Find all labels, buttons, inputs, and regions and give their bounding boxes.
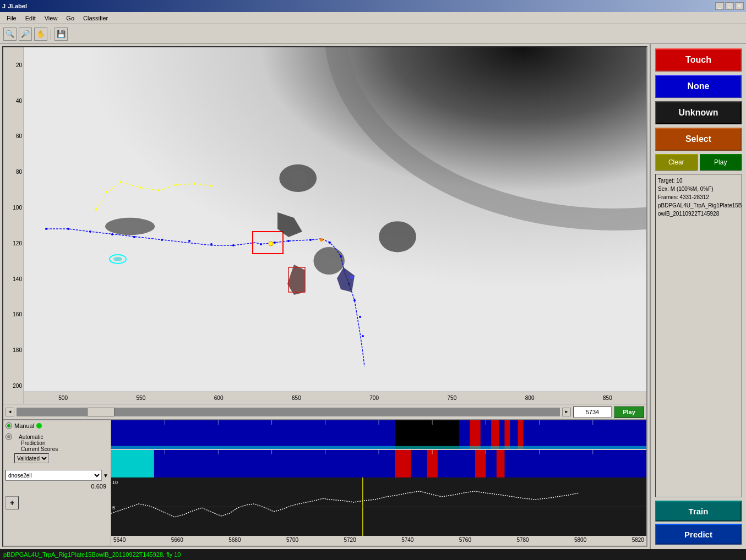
x-label-700: 700 <box>369 395 379 401</box>
svg-text:5: 5 <box>112 505 115 510</box>
x-label-800: 800 <box>525 395 535 401</box>
svg-point-29 <box>329 241 331 244</box>
svg-rect-63 <box>395 450 411 477</box>
info-line2: owlB_20110922T145928 <box>658 210 739 218</box>
minimize-button[interactable]: _ <box>715 2 724 10</box>
scroll-thumb[interactable] <box>87 408 114 416</box>
toolbar-separator <box>51 29 51 40</box>
scroll-left-button[interactable]: ◄ <box>6 408 14 416</box>
svg-point-38 <box>113 257 122 261</box>
automatic-radio[interactable] <box>6 433 12 440</box>
svg-point-15 <box>210 185 213 187</box>
scores-dropdown[interactable]: Validated <box>14 453 49 463</box>
zoom-in-button[interactable]: 🔍 <box>3 28 17 41</box>
svg-point-25 <box>260 243 262 245</box>
train-button[interactable]: Train <box>655 501 742 521</box>
bottom-charts: 10 5 5640 5660 5680 5700 <box>111 420 646 546</box>
y-label-80: 80 <box>16 169 22 175</box>
manual-radio[interactable] <box>6 422 12 429</box>
unknown-button[interactable]: Unknown <box>655 101 742 124</box>
y-label-60: 60 <box>16 133 22 139</box>
svg-rect-47 <box>470 420 480 449</box>
select-button[interactable]: Select <box>655 128 742 151</box>
touch-button[interactable]: Touch <box>655 48 742 72</box>
svg-rect-49 <box>504 420 510 449</box>
right-sidebar: Touch None Unknown Select Clear Play Tar… <box>650 44 746 549</box>
svg-point-11 <box>139 186 141 189</box>
x-label-550: 550 <box>137 395 146 401</box>
y-label-100: 100 <box>13 205 22 211</box>
y-label-140: 140 <box>13 276 22 282</box>
main-canvas-area: 20 40 60 80 100 120 140 160 180 200 <box>3 47 646 404</box>
svg-point-32 <box>353 299 356 301</box>
menu-classifier[interactable]: Classifier <box>79 14 112 23</box>
bottom-left-controls: Manual Automatic Prediction Current Scor… <box>3 420 111 546</box>
svg-point-16 <box>45 228 47 230</box>
pan-button[interactable]: ✋ <box>34 28 47 41</box>
dropdown-arrow-icon: ▼ <box>103 473 108 479</box>
scroll-track[interactable] <box>17 408 560 416</box>
scrollbar-area: ◄ ► Play <box>3 404 646 419</box>
clear-button[interactable]: Clear <box>655 154 698 171</box>
chart-x-5720: 5720 <box>344 537 356 545</box>
svg-point-9 <box>106 191 108 193</box>
menu-go[interactable]: Go <box>62 14 79 23</box>
svg-point-6 <box>313 247 345 274</box>
add-classifier-button[interactable]: + <box>6 496 19 509</box>
info-target: Target: 10 <box>658 177 739 185</box>
play-select-button[interactable]: Play <box>700 154 742 171</box>
y-label-20: 20 <box>16 62 22 68</box>
x-label-600: 600 <box>214 395 224 401</box>
x-label-500: 500 <box>58 395 68 401</box>
save-button[interactable]: 💾 <box>55 28 68 41</box>
chart-x-5640: 5640 <box>113 537 126 545</box>
canvas-svg <box>24 47 646 392</box>
svg-point-20 <box>133 236 135 238</box>
svg-point-23 <box>210 243 213 245</box>
chart-x-5660: 5660 <box>171 537 183 545</box>
y-label-40: 40 <box>16 98 22 104</box>
sidebar-bottom: Train Predict <box>655 501 742 545</box>
svg-point-5 <box>288 169 307 186</box>
chart-x-5740: 5740 <box>401 537 413 545</box>
svg-rect-66 <box>497 450 505 477</box>
predict-button[interactable]: Predict <box>655 524 742 545</box>
y-label-120: 120 <box>13 240 22 246</box>
svg-point-8 <box>95 208 97 211</box>
menu-file[interactable]: File <box>2 14 21 23</box>
info-sex: Sex: M (100%M, 0%F) <box>658 185 739 193</box>
maximize-button[interactable]: □ <box>725 2 734 10</box>
svg-point-10 <box>119 181 122 183</box>
score-value: 0.609 <box>6 483 108 490</box>
prediction-label: Prediction <box>21 440 45 446</box>
play-button[interactable]: Play <box>614 406 644 418</box>
manual-timeline[interactable] <box>111 420 646 449</box>
automatic-label: Automatic <box>12 434 43 440</box>
scroll-right-button[interactable]: ► <box>562 408 571 416</box>
image-canvas[interactable] <box>24 47 646 392</box>
close-button[interactable]: ✕ <box>735 2 744 10</box>
select-sub-row: Clear Play <box>655 154 742 171</box>
none-button[interactable]: None <box>655 75 742 98</box>
title-bar: J JLabel _ □ ✕ <box>0 0 746 12</box>
prediction-timeline[interactable] <box>111 449 646 477</box>
status-bar: pBDPGAL4U_TrpA_Rig1Plate15BowlB_20110922… <box>0 549 746 560</box>
x-label-850: 850 <box>603 395 612 401</box>
menu-view[interactable]: View <box>40 14 62 23</box>
y-axis: 20 40 60 80 100 120 140 160 180 200 <box>3 47 24 404</box>
zoom-out-button[interactable]: 🔎 <box>19 28 32 41</box>
frame-number-input[interactable] <box>573 407 612 418</box>
chart-x-5820: 5820 <box>632 537 644 545</box>
svg-point-12 <box>158 189 160 191</box>
svg-point-7 <box>379 221 416 252</box>
current-scores-label: Current Scores <box>21 446 58 452</box>
score-chart[interactable]: 10 5 <box>111 477 646 536</box>
prediction-chart-svg <box>111 450 646 477</box>
chart-x-5780: 5780 <box>516 537 529 545</box>
manual-chart-svg <box>111 420 646 449</box>
classifier-select[interactable]: dnose2ell <box>6 470 102 481</box>
svg-point-21 <box>161 239 163 241</box>
svg-point-30 <box>340 255 342 257</box>
menu-edit[interactable]: Edit <box>21 14 40 23</box>
svg-point-36 <box>269 241 273 246</box>
